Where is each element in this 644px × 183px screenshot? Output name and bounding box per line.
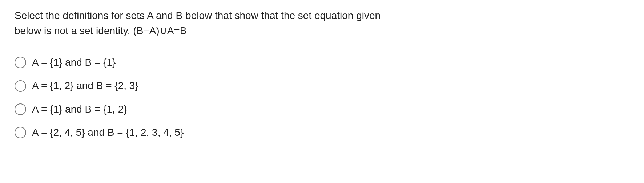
- radio-button-2[interactable]: [15, 80, 26, 92]
- option-label-3: A = {1} and B = {1, 2}: [32, 103, 127, 116]
- radio-button-3[interactable]: [15, 103, 26, 115]
- option-label-4: A = {2, 4, 5} and B = {1, 2, 3, 4, 5}: [32, 126, 184, 139]
- option-4[interactable]: A = {2, 4, 5} and B = {1, 2, 3, 4, 5}: [15, 126, 629, 139]
- option-2[interactable]: A = {1, 2} and B = {2, 3}: [15, 79, 629, 92]
- option-label-2: A = {1, 2} and B = {2, 3}: [32, 79, 138, 92]
- question-line-1: Select the definitions for sets A and B …: [15, 10, 381, 21]
- options-group: A = {1} and B = {1} A = {1, 2} and B = {…: [15, 56, 629, 139]
- option-label-1: A = {1} and B = {1}: [32, 56, 116, 69]
- option-1[interactable]: A = {1} and B = {1}: [15, 56, 629, 69]
- radio-button-4[interactable]: [15, 127, 26, 138]
- question-prompt: Select the definitions for sets A and B …: [15, 8, 629, 38]
- option-3[interactable]: A = {1} and B = {1, 2}: [15, 103, 629, 116]
- radio-button-1[interactable]: [15, 57, 26, 68]
- question-line-2: below is not a set identity. (B−A)∪A=B: [15, 25, 186, 36]
